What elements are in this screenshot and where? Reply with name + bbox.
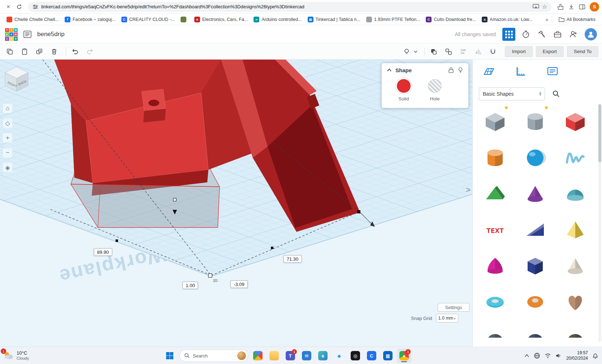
delete-button[interactable] — [48, 46, 60, 58]
user-avatar[interactable] — [585, 28, 597, 40]
viewport[interactable]: Workplane — [0, 60, 472, 347]
favorite-star-icon[interactable]: ★ — [504, 104, 509, 111]
corner-handle[interactable] — [357, 210, 360, 213]
shape-item[interactable] — [558, 212, 593, 248]
dimension-label[interactable]: 71.30 — [283, 255, 302, 263]
taskbar-app-button[interactable]: ◆ — [332, 348, 346, 363]
taskbar-app-button[interactable]: ▦ — [381, 348, 395, 363]
side-panel-button[interactable] — [577, 1, 588, 12]
taskbar-app-button[interactable]: T 1 — [283, 348, 298, 363]
shape-item[interactable] — [518, 284, 553, 320]
taskbar-app-button[interactable] — [267, 348, 281, 363]
downloads-button[interactable] — [566, 1, 577, 12]
notification-bell-icon[interactable] — [592, 352, 598, 359]
shape-item[interactable] — [518, 140, 553, 176]
browser-profile-avatar[interactable]: S — [590, 2, 599, 12]
show-all-caret-button[interactable] — [412, 46, 419, 58]
invite-button[interactable] — [567, 28, 580, 40]
view-nav-button[interactable]: + — [3, 133, 12, 143]
shape-item[interactable] — [518, 176, 553, 212]
design-menu-button[interactable] — [22, 29, 33, 40]
show-all-button[interactable] — [400, 46, 413, 58]
shape-item[interactable] — [518, 248, 553, 284]
design-title[interactable]: bene5drip — [37, 31, 65, 38]
bookmark-item[interactable]: ▦ Tinkercad | Tablica n... — [305, 16, 363, 23]
shape-item[interactable] — [478, 248, 512, 284]
volume-icon[interactable] — [555, 353, 562, 359]
settings-button[interactable]: Settings — [438, 303, 469, 312]
weather-widget[interactable]: 1 10°C Cloudy — [3, 347, 29, 364]
notes-tool-button[interactable] — [546, 65, 559, 78]
bookmark-item[interactable]: f Facebook – zaloguj... — [62, 16, 118, 23]
tray-chevron-up-icon[interactable] — [524, 354, 529, 358]
export-button[interactable]: Export — [536, 46, 564, 57]
favorite-star-icon[interactable]: ★ — [544, 104, 549, 111]
corner-handle[interactable] — [208, 274, 212, 277]
sim-lab-button[interactable] — [520, 28, 532, 40]
shape-item[interactable] — [558, 176, 593, 212]
stop-button[interactable]: × — [3, 1, 14, 12]
view-nav-button[interactable]: ◇ — [3, 118, 12, 128]
wifi-icon[interactable] — [545, 353, 551, 359]
redo-button[interactable] — [84, 46, 96, 58]
extensions-icon[interactable] — [555, 1, 566, 12]
dimension-handle[interactable] — [116, 239, 118, 242]
shape-item[interactable] — [478, 140, 512, 176]
dimension-label[interactable]: 89.90 — [94, 248, 112, 256]
dimension-label[interactable]: 1.00 — [182, 282, 198, 289]
send-to-button[interactable]: Send To — [567, 46, 598, 57]
lock-icon[interactable] — [448, 67, 454, 73]
panel-scrollbar[interactable] — [598, 104, 601, 342]
view-nav-button[interactable]: ◈ — [3, 163, 12, 172]
classes-button[interactable] — [551, 28, 564, 40]
bookmark-item[interactable]: C CREALITY CLOUD -... — [118, 16, 178, 23]
shape-item[interactable]: TEXT — [478, 212, 512, 248]
shape-item[interactable]: ★ — [478, 104, 512, 140]
bookmarks-overflow-chevron-icon[interactable]: » — [545, 17, 548, 22]
dimension-handle[interactable] — [271, 247, 273, 249]
shape-item[interactable]: ★ — [518, 104, 553, 140]
taskbar-app-button[interactable]: e — [316, 348, 330, 363]
network-globe-icon[interactable] — [534, 352, 540, 359]
taskbar-search-box[interactable]: Search — [179, 350, 248, 362]
copy-button[interactable] — [4, 46, 16, 58]
workplane-tool-button[interactable] — [482, 65, 496, 78]
tinkercad-logo[interactable]: TINKERCAD — [5, 28, 18, 41]
bookmark-item[interactable]: C Cults·Download fre... — [423, 16, 479, 23]
ruler-tool-button[interactable] — [514, 65, 528, 78]
solid-option[interactable]: Solid — [397, 79, 411, 101]
view-cube[interactable]: RIGHT BACK — [2, 63, 32, 95]
paste-button[interactable] — [18, 46, 31, 58]
taskbar-app-button[interactable] — [251, 348, 265, 363]
shape-item[interactable] — [558, 248, 593, 284]
taskbar-clock[interactable]: 19:57 20/02/2024 — [566, 350, 588, 361]
duplicate-button[interactable] — [33, 46, 46, 58]
bookmark-item[interactable]: ∞ Arduino controlled... — [251, 16, 304, 23]
shape-search-button[interactable] — [550, 88, 562, 100]
taskbar-app-button[interactable]: C — [364, 348, 379, 363]
shape-item[interactable] — [478, 284, 512, 320]
build-button[interactable] — [536, 28, 548, 40]
bookmark-item[interactable]: a Amazon.co.uk: Low... — [479, 16, 536, 23]
taskbar-app-button[interactable]: ✉ — [299, 348, 314, 363]
install-icon[interactable] — [533, 4, 539, 10]
visibility-bulb-icon[interactable] — [458, 67, 463, 73]
snap-grid-select[interactable]: 1.0 mm▴ — [436, 314, 458, 322]
shape-item[interactable] — [558, 320, 593, 338]
taskbar-app-button[interactable]: ◎ — [348, 348, 363, 363]
group-button[interactable] — [428, 46, 440, 58]
taskbar-app-button[interactable]: ● 1 — [397, 348, 411, 363]
all-bookmarks-button[interactable]: All Bookmarks — [556, 16, 598, 23]
scrollbar-thumb[interactable] — [598, 104, 601, 162]
shape-category-dropdown[interactable]: Basic Shapes ▲▼ — [479, 87, 545, 100]
bookmark-item[interactable]: Chwile Chwile Chwil... — [4, 16, 62, 23]
reload-button[interactable] — [14, 1, 25, 12]
search-highlight-icon[interactable] — [237, 351, 246, 360]
start-button[interactable] — [163, 348, 177, 363]
height-handle[interactable] — [173, 198, 176, 201]
mirror-button[interactable] — [472, 46, 484, 58]
view-nav-button[interactable]: ⌂ — [3, 104, 12, 113]
shape-item[interactable] — [478, 176, 512, 212]
dimension-label[interactable]: -3.09 — [230, 281, 248, 288]
undo-button[interactable] — [69, 46, 81, 58]
